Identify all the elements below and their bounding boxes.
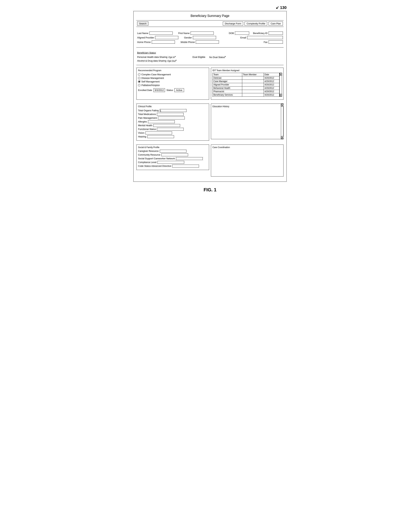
dob-label: DOB (229, 32, 234, 35)
arrow-icon: ↙ (276, 5, 279, 10)
social-field-row: Community Resource (138, 153, 208, 156)
clinical-field-input[interactable] (157, 113, 184, 116)
clinical-field-row: Hearing (138, 135, 208, 138)
social-field-input[interactable] (160, 150, 186, 153)
fax-input[interactable] (269, 40, 283, 43)
idt-table: Team Team Member Date Dietician4/20/2012… (212, 73, 279, 97)
enrolled-date-value: 9/3/2012 (153, 88, 165, 92)
idt-col-member: Team Member (242, 73, 264, 76)
first-name-label: First Name (178, 32, 190, 35)
idt-table-row: Case Manager4/20/2012 (213, 80, 279, 83)
clinical-field-input[interactable] (145, 131, 172, 134)
social-field-input[interactable] (161, 153, 188, 156)
gender-input[interactable] (193, 36, 216, 39)
social-family-box: Social & Family Profile Caregiver Resour… (136, 144, 209, 170)
aligned-provider-label: Aligned Provider (137, 36, 154, 39)
aligned-provider-input[interactable] (155, 36, 178, 39)
clinical-profile-box: Clinical Profile Total Organs Failing1To… (136, 104, 209, 141)
radio-complex-case[interactable]: Complex Case Management (138, 73, 208, 76)
care-coordination-title: Care Coordination (212, 146, 282, 149)
idt-table-row: Beneficiary Services4/20/2012 (213, 93, 279, 97)
idt-scrollbar: ▲ ▼ (279, 73, 282, 97)
mobile-phone-label: Mobile Phone (180, 41, 195, 43)
social-field-label: Community Resource (138, 153, 160, 156)
idt-team-box: IDT Team Member Assigned Team Team Membe… (211, 68, 284, 100)
email-label: Email (240, 36, 246, 39)
education-history-title: Education History (212, 105, 279, 108)
social-field-row: Social Support Careworker Network (138, 157, 208, 160)
search-button[interactable]: Search (137, 22, 148, 26)
clinical-field-row: Total Medications (138, 113, 208, 116)
home-phone-input[interactable] (152, 40, 175, 43)
social-field-row: Caregiver Resource (138, 150, 208, 153)
edu-scroll-up[interactable]: ▲ (281, 104, 284, 107)
clinical-field-label: Allergies (138, 120, 147, 123)
edu-scrollbar: ▲ ▼ (281, 104, 283, 139)
clinical-field-row: Functional Status (138, 128, 208, 131)
opt-out-label: Opt Out▾ (167, 59, 177, 62)
discharge-form-button[interactable]: Discharge Form (223, 22, 243, 26)
education-history-box: Education History (211, 104, 281, 139)
edu-scroll-down[interactable]: ▼ (281, 136, 284, 139)
clinical-field-label: Mental Health (138, 124, 152, 127)
clinical-field-label: Hearing (138, 135, 146, 138)
social-family-title: Social & Family Profile (138, 146, 208, 149)
beneficiary-id-input[interactable] (269, 31, 283, 35)
alcohol-drug-label: Alcohol & Drug data Sharing (137, 59, 166, 62)
recommended-program-box: Recommended Program Complex Case Managem… (136, 68, 209, 100)
enrolled-date-label: Enrolled Date (138, 89, 152, 91)
social-field-input[interactable] (157, 161, 184, 164)
social-field-input[interactable] (176, 157, 203, 160)
clinical-field-label: Pain Management (138, 116, 157, 119)
figure-label: FIG. 1 (204, 187, 216, 193)
email-input[interactable] (247, 36, 283, 39)
clinical-field-input[interactable] (147, 135, 174, 138)
idt-scroll-down[interactable]: ▼ (280, 94, 282, 97)
dual-eligible-label: Dual Eligible (193, 56, 205, 58)
dob-input[interactable] (235, 31, 249, 35)
last-name-label: Last Name (137, 32, 148, 35)
clinical-field-label: Functional Status (138, 128, 156, 130)
radio-disease-management[interactable]: Disease Management (138, 77, 208, 79)
care-coordination-box: Care Coordination (211, 144, 284, 177)
idt-table-row: Dietician4/20/2012 (213, 76, 279, 80)
social-field-input[interactable] (172, 165, 199, 168)
clinical-field-label: Vision (138, 131, 144, 134)
toolbar: Search Discharge Form Complexity Profile… (136, 20, 284, 27)
clinical-field-input[interactable] (158, 116, 185, 119)
clinical-field-row: Pain Management (138, 116, 208, 119)
page-title: Beneficiary Summary Page (136, 14, 284, 18)
care-plan-button[interactable]: Care Plan (269, 22, 283, 26)
social-field-label: Code Status Advanced Directive (138, 165, 171, 167)
page-number: ↙ 130 (276, 5, 286, 10)
gender-label: Gender (184, 36, 192, 39)
social-field-label: Caregiver Resource (138, 150, 159, 152)
clinical-field-input[interactable] (157, 128, 184, 131)
clinical-field-input[interactable] (148, 120, 175, 123)
radio-palliative[interactable]: Palliative/Hospice (138, 84, 208, 86)
radio-self-management[interactable]: Self Management (138, 80, 208, 83)
clinical-field-input[interactable] (153, 124, 180, 127)
clinical-field-input[interactable]: 1 (160, 109, 186, 112)
clinical-field-label: Total Medications (138, 113, 156, 115)
clinical-field-label: Total Organs Failing (138, 109, 159, 112)
fax-label: Fax (264, 41, 268, 43)
complexity-profile-button[interactable]: Complexity Profile (245, 22, 267, 26)
social-field-row: Code Status Advanced Directive (138, 165, 208, 168)
beneficiary-id-label: Beneficiary ID (253, 32, 268, 35)
recommended-program-title: Recommended Program (138, 69, 208, 72)
social-field-label: Social Support Careworker Network (138, 157, 175, 160)
beneficiary-status-title: Beneficiary Status (137, 51, 283, 54)
mobile-phone-input[interactable] (196, 40, 219, 43)
clinical-field-row: Mental Health (138, 124, 208, 127)
first-name-input[interactable] (191, 31, 214, 35)
status-value: Active (174, 88, 184, 92)
idt-table-row: Aligned Provider4/20/2012 (213, 83, 279, 86)
last-name-input[interactable] (150, 31, 173, 35)
clinical-field-row: Total Organs Failing1 (138, 109, 208, 112)
social-field-row: Compliance Level (138, 161, 208, 164)
beneficiary-status-section: Beneficiary Status Personal Health data … (136, 50, 284, 65)
idt-scroll-up[interactable]: ▲ (280, 73, 282, 76)
main-container: Beneficiary Summary Page Search Discharg… (134, 11, 286, 182)
personal-info-section: Last Name First Name DOB Beneficiary ID … (136, 30, 284, 47)
